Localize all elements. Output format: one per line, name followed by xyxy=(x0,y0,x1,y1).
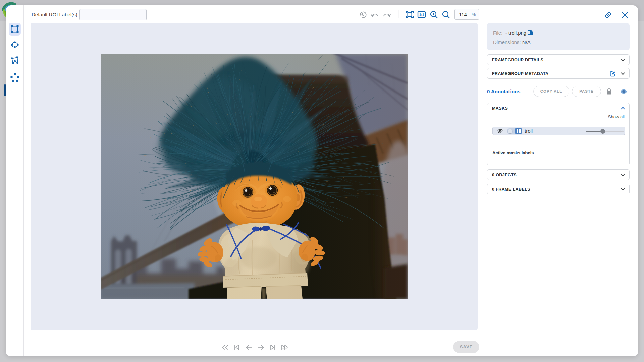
svg-text:1:1: 1:1 xyxy=(419,13,424,17)
